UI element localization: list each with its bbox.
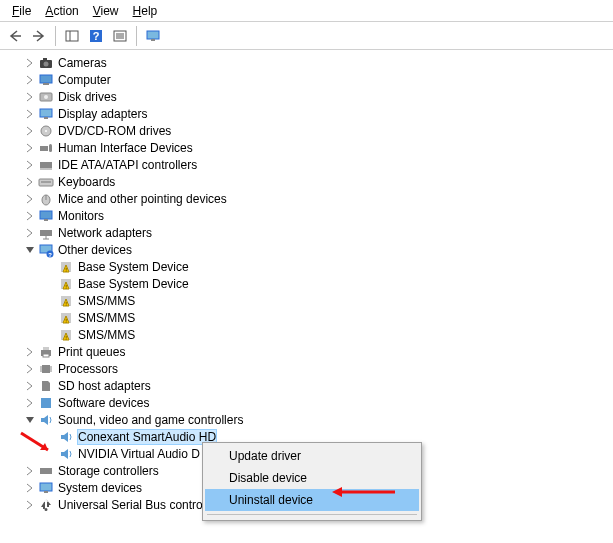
menu-action[interactable]: Action [39, 3, 84, 19]
help-button[interactable]: ? [85, 25, 107, 47]
svg-text:?: ? [48, 251, 52, 257]
tree-item-sound-controllers[interactable]: Sound, video and game controllers [4, 411, 613, 428]
tree-item-sms-mms[interactable]: ! SMS/MMS [4, 292, 613, 309]
tree-item-base-system-device[interactable]: ! Base System Device [4, 258, 613, 275]
context-menu-uninstall-device[interactable]: Uninstall device [205, 489, 419, 511]
svg-rect-23 [40, 162, 52, 168]
tree-item-sms-mms[interactable]: ! SMS/MMS [4, 326, 613, 343]
tree-label: Network adapters [58, 226, 152, 240]
svg-point-34 [47, 181, 48, 182]
tree-item-dvd[interactable]: DVD/CD-ROM drives [4, 122, 613, 139]
tree-label: Computer [58, 73, 111, 87]
context-menu-update-driver[interactable]: Update driver [205, 445, 419, 467]
collapse-icon[interactable] [24, 414, 36, 426]
sound-icon [58, 429, 74, 445]
tree-item-base-system-device[interactable]: ! Base System Device [4, 275, 613, 292]
menu-file[interactable]: File [6, 3, 37, 19]
monitor-icon [38, 208, 54, 224]
display-adapter-icon [38, 106, 54, 122]
system-icon [38, 480, 54, 496]
tree-item-sd-host[interactable]: SD host adapters [4, 377, 613, 394]
properties-button[interactable] [109, 25, 131, 47]
tree-label: Storage controllers [58, 464, 159, 478]
expand-icon[interactable] [24, 125, 36, 137]
tree-label: NVIDIA Virtual Audio D [78, 447, 200, 461]
svg-rect-0 [66, 31, 78, 41]
other-device-icon: ? [38, 242, 54, 258]
expand-icon[interactable] [24, 193, 36, 205]
expand-icon[interactable] [24, 91, 36, 103]
usb-icon [38, 497, 54, 513]
svg-rect-68 [40, 483, 52, 491]
tree-item-hid[interactable]: Human Interface Devices [4, 139, 613, 156]
expand-icon[interactable] [24, 176, 36, 188]
tree-item-network[interactable]: Network adapters [4, 224, 613, 241]
tree-label: Monitors [58, 209, 104, 223]
svg-rect-57 [43, 347, 49, 350]
sound-icon [58, 446, 74, 462]
warning-device-icon: ! [58, 310, 74, 326]
tree-label: Print queues [58, 345, 125, 359]
tree-label: SMS/MMS [78, 294, 135, 308]
show-hide-button[interactable] [61, 25, 83, 47]
svg-point-16 [44, 95, 48, 99]
expand-icon[interactable] [24, 159, 36, 171]
properties-icon [112, 28, 128, 44]
svg-point-20 [45, 130, 47, 132]
svg-rect-22 [49, 144, 52, 152]
tree-label: Human Interface Devices [58, 141, 193, 155]
expand-icon[interactable] [24, 499, 36, 511]
expand-icon[interactable] [24, 210, 36, 222]
menu-help[interactable]: Help [127, 3, 164, 19]
tree-item-ide[interactable]: IDE ATA/ATAPI controllers [4, 156, 613, 173]
tree-label: Disk drives [58, 90, 117, 104]
disk-icon [38, 89, 54, 105]
tree-item-keyboards[interactable]: Keyboards [4, 173, 613, 190]
expand-icon[interactable] [24, 108, 36, 120]
svg-rect-38 [40, 211, 52, 219]
ide-icon [38, 157, 54, 173]
expand-icon[interactable] [24, 397, 36, 409]
tree-label: DVD/CD-ROM drives [58, 124, 171, 138]
collapse-icon[interactable] [24, 244, 36, 256]
tree-item-cameras[interactable]: Cameras [4, 54, 613, 71]
warning-device-icon: ! [58, 259, 74, 275]
tree-item-monitors[interactable]: Monitors [4, 207, 613, 224]
back-button[interactable] [4, 25, 26, 47]
expand-icon[interactable] [24, 346, 36, 358]
tree-label: System devices [58, 481, 142, 495]
menu-view[interactable]: View [87, 3, 125, 19]
sound-icon [38, 412, 54, 428]
svg-point-31 [41, 181, 42, 182]
tree-item-other-devices[interactable]: ? Other devices [4, 241, 613, 258]
context-menu-separator [207, 514, 417, 515]
expand-icon[interactable] [24, 482, 36, 494]
tree-item-computer[interactable]: Computer [4, 71, 613, 88]
expand-icon[interactable] [24, 363, 36, 375]
expand-icon[interactable] [24, 142, 36, 154]
warning-device-icon: ! [58, 276, 74, 292]
tree-item-software-devices[interactable]: Software devices [4, 394, 613, 411]
warning-device-icon: ! [58, 327, 74, 343]
svg-point-35 [49, 181, 50, 182]
expand-icon[interactable] [24, 380, 36, 392]
tree-item-mice[interactable]: Mice and other pointing devices [4, 190, 613, 207]
hid-icon [38, 140, 54, 156]
expand-icon[interactable] [24, 74, 36, 86]
expand-icon[interactable] [24, 227, 36, 239]
tree-item-sms-mms[interactable]: ! SMS/MMS [4, 309, 613, 326]
context-menu-disable-device[interactable]: Disable device [205, 467, 419, 489]
svg-rect-18 [44, 117, 48, 119]
svg-point-32 [43, 181, 44, 182]
tree-label: Base System Device [78, 260, 189, 274]
tree-item-processors[interactable]: Processors [4, 360, 613, 377]
forward-arrow-icon [31, 28, 47, 44]
svg-rect-67 [40, 468, 52, 474]
expand-icon[interactable] [24, 57, 36, 69]
tree-item-print-queues[interactable]: Print queues [4, 343, 613, 360]
expand-icon[interactable] [24, 465, 36, 477]
tree-item-disk-drives[interactable]: Disk drives [4, 88, 613, 105]
scan-hardware-button[interactable] [142, 25, 164, 47]
forward-button[interactable] [28, 25, 50, 47]
tree-item-display-adapters[interactable]: Display adapters [4, 105, 613, 122]
